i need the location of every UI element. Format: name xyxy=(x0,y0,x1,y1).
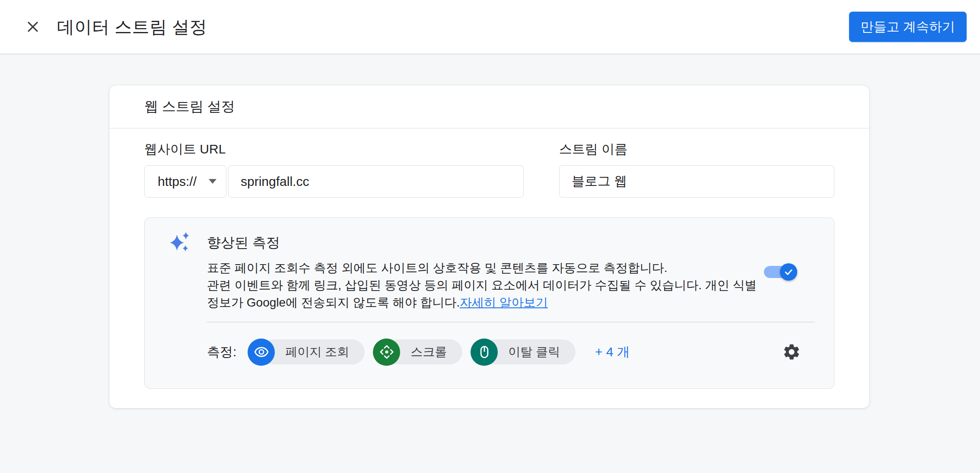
more-events-link[interactable]: + 4 개 xyxy=(595,343,630,361)
card-header: 웹 스트림 설정 xyxy=(109,85,869,128)
chip-scroll[interactable]: 스크롤 xyxy=(373,339,462,366)
stream-name-input[interactable] xyxy=(559,165,834,198)
close-icon xyxy=(25,19,40,34)
eye-icon xyxy=(248,339,275,366)
website-url-input[interactable] xyxy=(228,165,524,198)
scroll-icon xyxy=(373,339,400,366)
card-title: 웹 스트림 설정 xyxy=(144,97,235,116)
enhanced-measurement-title: 향상된 측정 xyxy=(207,233,280,252)
enhanced-measurement-section: 향상된 측정 표준 페이지 조회수 측정 외에도 사이트의 상호작용 및 콘텐츠… xyxy=(144,217,834,389)
protocol-dropdown[interactable]: https:// xyxy=(144,165,226,198)
enhanced-measurement-toggle[interactable] xyxy=(764,266,796,278)
stream-form: 웹사이트 URL 스트림 이름 https:// xyxy=(109,128,869,198)
section-divider xyxy=(207,322,815,323)
chip-label: 페이지 조회 xyxy=(260,339,365,364)
sparkle-icon xyxy=(169,230,191,254)
enhanced-measurement-settings-button[interactable] xyxy=(782,342,801,361)
website-url-label: 웹사이트 URL xyxy=(144,141,559,158)
page-title: 데이터 스트림 설정 xyxy=(57,15,207,39)
create-and-continue-button[interactable]: 만들고 계속하기 xyxy=(849,12,967,42)
modal-header: 데이터 스트림 설정 만들고 계속하기 xyxy=(0,0,980,54)
chevron-down-icon xyxy=(209,179,216,184)
close-button[interactable] xyxy=(21,15,45,39)
enhanced-measurement-description: 표준 페이지 조회수 측정 외에도 사이트의 상호작용 및 콘텐츠를 자동으로 … xyxy=(207,259,769,311)
measure-label: 측정: xyxy=(207,343,236,361)
web-stream-card: 웹 스트림 설정 웹사이트 URL 스트림 이름 https:// 향상된 측정… xyxy=(109,85,870,409)
description-line-1: 표준 페이지 조회수 측정 외에도 사이트의 상호작용 및 콘텐츠를 자동으로 … xyxy=(207,261,668,275)
learn-more-link[interactable]: 자세히 알아보기 xyxy=(460,296,548,309)
check-icon xyxy=(783,267,794,277)
protocol-value: https:// xyxy=(158,174,209,189)
chip-page-view[interactable]: 페이지 조회 xyxy=(248,339,365,366)
chip-outbound-click[interactable]: 이탈 클릭 xyxy=(471,339,576,366)
stream-name-label: 스트림 이름 xyxy=(559,141,627,158)
gear-icon xyxy=(782,342,801,361)
toggle-thumb xyxy=(780,263,797,281)
measurement-chips-row: 측정: 페이지 조회 xyxy=(207,338,630,366)
mouse-icon xyxy=(471,339,498,366)
